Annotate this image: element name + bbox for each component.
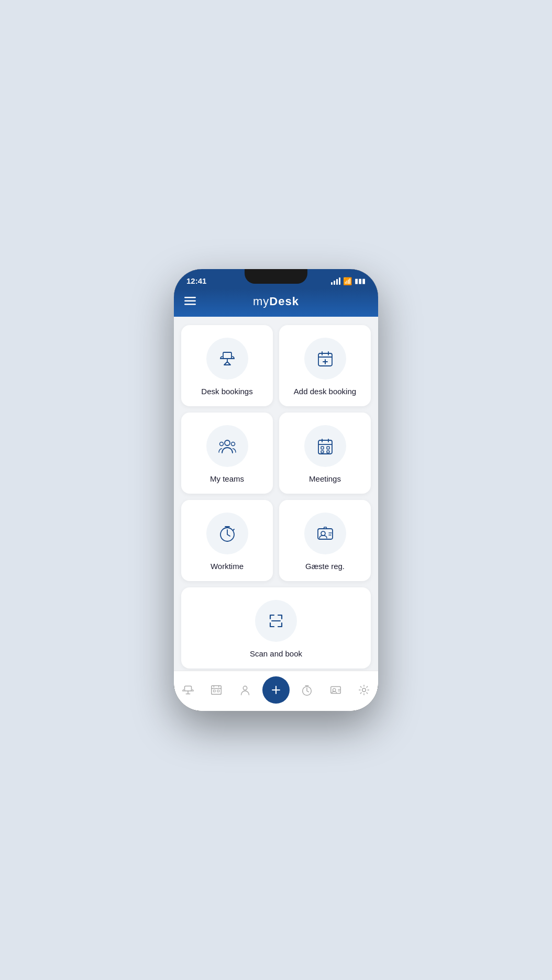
nav-people[interactable] — [234, 681, 256, 699]
nav-plus[interactable] — [262, 676, 290, 704]
svg-rect-11 — [321, 451, 324, 453]
scan-and-book-item[interactable]: Scan and book — [181, 587, 371, 669]
app-title: myDesk — [253, 295, 299, 308]
svg-point-24 — [362, 688, 366, 692]
plus-icon — [270, 684, 282, 696]
nav-timer-icon — [300, 683, 314, 697]
nav-meetings[interactable] — [205, 681, 227, 699]
svg-point-23 — [333, 688, 336, 692]
hamburger-menu-icon[interactable] — [184, 296, 196, 308]
gaeste-reg-icon-circle — [304, 513, 346, 554]
svg-point-5 — [225, 440, 230, 446]
svg-rect-8 — [318, 440, 332, 454]
id-card-icon — [315, 523, 336, 544]
svg-point-6 — [219, 442, 223, 446]
meetings-label: Meetings — [309, 474, 341, 483]
meetings-icon-circle — [304, 425, 346, 467]
add-desk-booking-icon-circle — [304, 338, 346, 380]
scan-and-book-label: Scan and book — [250, 649, 302, 658]
svg-point-7 — [231, 442, 235, 446]
phone-frame: 12:41 📶 ▮▮▮ — [174, 269, 378, 711]
desk-bookings-label: Desk bookings — [201, 387, 252, 396]
gaeste-reg-item[interactable]: Gæste reg. — [279, 500, 371, 581]
qr-scan-icon — [266, 610, 286, 631]
svg-point-20 — [243, 686, 247, 690]
worktime-label: Worktime — [211, 562, 244, 571]
desk-bookings-item[interactable]: Desk bookings — [181, 325, 273, 406]
my-teams-item[interactable]: My teams — [181, 413, 273, 494]
nav-timer[interactable] — [296, 681, 318, 699]
add-desk-booking-label: Add desk booking — [294, 387, 356, 396]
status-time: 12:41 — [186, 276, 206, 285]
svg-rect-18 — [214, 690, 216, 692]
status-icons: 📶 ▮▮▮ — [331, 277, 366, 285]
svg-rect-1 — [184, 300, 196, 302]
people-icon — [217, 436, 238, 456]
add-desk-booking-item[interactable]: Add desk booking — [279, 325, 371, 406]
calendar-grid-icon — [315, 436, 336, 456]
calendar-plus-icon — [315, 348, 336, 369]
signal-bars-icon — [331, 277, 340, 285]
nav-settings[interactable] — [353, 681, 375, 699]
wifi-icon: 📶 — [343, 277, 352, 285]
nav-people-icon — [238, 683, 252, 697]
main-content: Desk bookings Add desk booking — [174, 317, 378, 671]
svg-rect-10 — [327, 447, 329, 449]
nav-id-card-icon — [329, 683, 343, 697]
my-teams-icon-circle — [206, 425, 248, 467]
scan-and-book-icon-circle — [255, 600, 297, 642]
nav-desk-icon — [181, 683, 195, 697]
battery-icon: ▮▮▮ — [355, 277, 366, 285]
desk-bookings-icon-circle — [206, 338, 248, 380]
svg-rect-0 — [184, 297, 196, 298]
svg-rect-16 — [185, 686, 192, 691]
gear-icon — [357, 683, 371, 697]
worktime-icon-circle — [206, 513, 248, 554]
worktime-item[interactable]: Worktime — [181, 500, 273, 581]
svg-rect-3 — [223, 352, 231, 359]
svg-rect-19 — [217, 690, 219, 692]
nav-desk[interactable] — [177, 681, 199, 699]
menu-grid: Desk bookings Add desk booking — [181, 325, 371, 669]
svg-rect-12 — [327, 451, 329, 453]
app-header: myDesk — [174, 288, 378, 317]
meetings-item[interactable]: Meetings — [279, 413, 371, 494]
svg-rect-2 — [184, 304, 196, 305]
notch — [245, 269, 307, 284]
svg-rect-9 — [321, 447, 324, 449]
phone-screen: 12:41 📶 ▮▮▮ — [174, 269, 378, 711]
svg-point-15 — [321, 531, 325, 536]
bottom-nav — [174, 671, 378, 711]
timer-icon — [217, 523, 238, 544]
gaeste-reg-label: Gæste reg. — [305, 562, 345, 571]
nav-id-card[interactable] — [325, 681, 347, 699]
nav-meetings-icon — [209, 683, 223, 697]
svg-rect-17 — [212, 686, 222, 695]
desk-chair-icon — [217, 348, 238, 369]
my-teams-label: My teams — [210, 474, 244, 483]
